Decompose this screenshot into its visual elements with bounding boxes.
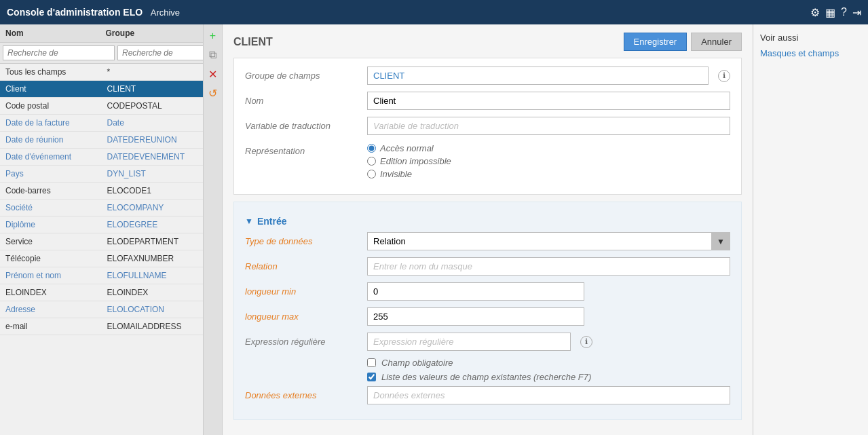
list-item[interactable]: Code-barresELOCODE1 — [0, 183, 203, 200]
list-item[interactable]: ClientCLIENT — [0, 81, 203, 98]
donnees-externes-input[interactable] — [367, 386, 730, 404]
longueur-min-label: longueur min — [245, 282, 367, 297]
entree-section: ▼ Entrée Type de données Relation Texte … — [233, 202, 742, 420]
refresh-button[interactable]: ↺ — [206, 86, 221, 100]
champ-obligatoire-label: Champ obligatoire — [381, 358, 453, 368]
list-item[interactable]: SociétéELOCOMPANY — [0, 200, 203, 216]
field-group: ELOFULLNAME — [102, 267, 204, 284]
field-group: ELODEGREE — [102, 216, 204, 233]
gear-icon[interactable]: ⚙ — [810, 6, 820, 19]
radio-invisible[interactable]: Invisible — [367, 169, 451, 179]
field-group: Date — [102, 115, 204, 131]
champ-obligatoire-checkbox[interactable] — [367, 358, 376, 367]
content-title-row: CLIENT Enregistrer Annuler — [233, 33, 742, 51]
field-list: Tous les champs * ClientCLIENTCode posta… — [0, 64, 203, 435]
type-select[interactable]: Relation Texte Nombre Date Liste — [367, 232, 730, 250]
all-fields-groupe: * — [102, 64, 204, 80]
list-item[interactable]: Date d'événementDATEDEVENEMENT — [0, 149, 203, 166]
list-item[interactable]: e-mailELOMAILADDRESS — [0, 318, 203, 335]
field-nom: Prénom et nom — [0, 267, 102, 284]
app-title: Console d'administration ELO — [7, 7, 143, 18]
add-button[interactable]: + — [206, 29, 221, 43]
main-form: Groupe de champs ℹ Nom Variable de tradu… — [233, 58, 742, 195]
action-buttons: Enregistrer Annuler — [624, 33, 742, 51]
field-nom: Diplôme — [0, 216, 102, 233]
field-nom: Date de réunion — [0, 132, 102, 148]
groupe-label: Groupe de champs — [245, 67, 367, 81]
nom-input[interactable] — [367, 92, 730, 110]
liste-valeurs-row: Liste des valeurs de champ existantes (r… — [367, 372, 730, 382]
field-group: CODEPOSTAL — [102, 98, 204, 114]
field-nom: e-mail — [0, 318, 102, 335]
longueur-max-row: longueur max — [245, 307, 730, 326]
list-item[interactable]: Date de réunionDATEDEREUNION — [0, 132, 203, 149]
groupe-input[interactable] — [367, 67, 709, 85]
exit-icon[interactable]: ⇥ — [852, 6, 861, 19]
topbar-icons: ⚙ ▦ ? ⇥ — [810, 6, 861, 19]
delete-button[interactable]: ✕ — [206, 67, 221, 81]
list-item[interactable]: AdresseELOLOCATION — [0, 301, 203, 318]
copy-button[interactable]: ⧉ — [206, 48, 221, 62]
radio-acces-normal[interactable]: Accès normal — [367, 143, 451, 153]
donnees-externes-label: Données externes — [245, 386, 367, 400]
all-fields-row[interactable]: Tous les champs * — [0, 64, 203, 81]
liste-valeurs-checkbox[interactable] — [367, 373, 376, 381]
field-group: ELOFAXNUMBER — [102, 250, 204, 267]
type-select-wrapper: Relation Texte Nombre Date Liste ▼ — [367, 232, 730, 250]
list-item[interactable]: TélécopieELOFAXNUMBER — [0, 250, 203, 267]
left-header: Nom Groupe — [0, 24, 203, 43]
field-nom: Télécopie — [0, 250, 102, 267]
list-item[interactable]: Date de la factureDate — [0, 115, 203, 132]
entree-header[interactable]: ▼ Entrée — [245, 210, 730, 232]
search-groupe-input[interactable] — [117, 45, 204, 60]
topbar-title-area: Console d'administration ELO Archive — [7, 7, 180, 18]
field-group: DATEDEVENEMENT — [102, 149, 204, 165]
radio-edition-impossible[interactable]: Edition impossible — [367, 156, 451, 166]
field-nom: Date de la facture — [0, 115, 102, 131]
toolbar-strip: + ⧉ ✕ ↺ — [204, 24, 223, 435]
masques-link[interactable]: Masques et champs — [760, 48, 839, 58]
champ-obligatoire-row: Champ obligatoire — [367, 358, 730, 368]
table-icon[interactable]: ▦ — [825, 6, 835, 19]
list-item[interactable]: ELOINDEXELOINDEX — [0, 284, 203, 301]
field-nom: Adresse — [0, 301, 102, 318]
help-icon[interactable]: ? — [841, 6, 847, 18]
field-group: ELOCODE1 — [102, 183, 204, 199]
expression-info-icon[interactable]: ℹ — [580, 336, 592, 348]
relation-label: Relation — [245, 257, 367, 271]
longueur-min-input[interactable] — [367, 282, 584, 301]
right-sidebar: Voir aussi Masques et champs — [753, 24, 868, 435]
content-area: CLIENT Enregistrer Annuler Groupe de cha… — [223, 24, 753, 435]
groupe-info-icon[interactable]: ℹ — [718, 70, 730, 82]
expression-input[interactable] — [367, 333, 571, 351]
representation-row: Représentation Accès normal Edition impo… — [245, 142, 730, 179]
field-group: ELOINDEX — [102, 284, 204, 301]
save-button[interactable]: Enregistrer — [624, 33, 687, 51]
entree-title: Entrée — [257, 216, 287, 227]
field-group: ELOMAILADDRESS — [102, 318, 204, 335]
longueur-min-row: longueur min — [245, 282, 730, 301]
cancel-button[interactable]: Annuler — [691, 33, 742, 51]
longueur-max-input[interactable] — [367, 307, 584, 326]
variable-input[interactable] — [367, 117, 730, 135]
field-nom: ELOINDEX — [0, 284, 102, 301]
list-item[interactable]: ServiceELODEPARTMENT — [0, 233, 203, 250]
field-group: DATEDEREUNION — [102, 132, 204, 148]
see-also-title: Voir aussi — [760, 33, 861, 43]
search-row — [0, 43, 203, 64]
field-nom: Client — [0, 81, 102, 97]
left-panel: Nom Groupe Tous les champs * ClientCLIEN… — [0, 24, 204, 435]
search-nom-input[interactable] — [3, 45, 115, 60]
field-group: ELODEPARTMENT — [102, 233, 204, 250]
groupe-header: Groupe — [103, 27, 201, 39]
list-item[interactable]: Prénom et nomELOFULLNAME — [0, 267, 203, 284]
representation-options: Accès normal Edition impossible Invisibl… — [367, 142, 451, 179]
list-item[interactable]: PaysDYN_LIST — [0, 166, 203, 183]
main-layout: Nom Groupe Tous les champs * ClientCLIEN… — [0, 24, 868, 435]
archive-label: Archive — [151, 7, 180, 18]
relation-input[interactable] — [367, 257, 730, 276]
type-row: Type de données Relation Texte Nombre Da… — [245, 232, 730, 250]
list-item[interactable]: Code postalCODEPOSTAL — [0, 98, 203, 115]
nom-header: Nom — [3, 27, 100, 39]
list-item[interactable]: DiplômeELODEGREE — [0, 216, 203, 233]
